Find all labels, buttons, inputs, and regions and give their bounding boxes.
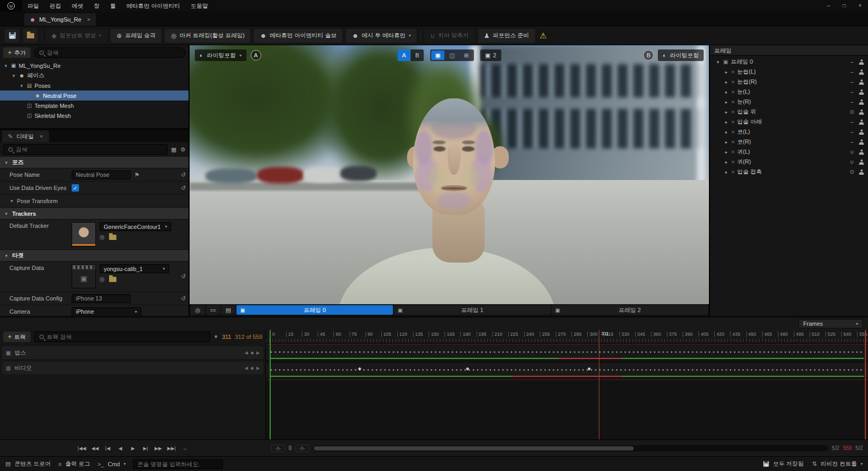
add-track-button[interactable]: + 트랙: [3, 332, 31, 342]
curve-group-row[interactable]: ▸≈눈썹(R)–: [710, 77, 868, 87]
curve-group-row[interactable]: ▸≈눈(R)–: [710, 97, 868, 107]
zoom-2x-button[interactable]: ▣ 2: [480, 49, 501, 61]
split-view-button[interactable]: ◫: [446, 51, 459, 60]
person-icon[interactable]: [859, 139, 864, 145]
add-button[interactable]: + 추가: [3, 47, 31, 58]
content-drawer-button[interactable]: ▤ 콘텐츠 드로어: [5, 460, 51, 468]
minimize-button[interactable]: –: [821, 0, 836, 12]
subframe-right-box[interactable]: -0-: [295, 445, 309, 452]
view-mode-dropdown-b[interactable]: ◐ 라이팅포함: [658, 49, 704, 61]
details-section-header[interactable]: ▾타겟: [0, 250, 189, 262]
browse-icon[interactable]: [109, 277, 116, 282]
asset-tab[interactable]: ☻ ML_YongSu_Re ×: [24, 13, 96, 26]
gear-icon[interactable]: ⚙: [180, 146, 185, 153]
asset-dropdown[interactable]: GenericFaceContour1▾: [100, 222, 171, 231]
expand-arrow-icon[interactable]: ▸: [724, 109, 729, 115]
view-mode-dropdown[interactable]: ◐ 라이팅포함 ▾: [195, 49, 246, 61]
camera-button[interactable]: ◎: [191, 305, 205, 315]
toolbar-button-mesh-to-metahuman[interactable]: ☻메시 투 메타휴먼▾: [346, 29, 417, 43]
use-selected-icon[interactable]: ◎: [100, 234, 105, 240]
keyframe-diamond[interactable]: ◆: [358, 366, 361, 371]
details-tab[interactable]: ✎ 디테일 ×: [2, 131, 49, 142]
curve-group-row[interactable]: ▸≈입술 접촉⊙: [710, 167, 868, 177]
curve-group-row[interactable]: ▸≈귀(L)∪: [710, 147, 868, 157]
playhead[interactable]: 311: [599, 330, 599, 439]
expand-arrow-icon[interactable]: ▸: [724, 119, 729, 125]
expand-arrow-icon[interactable]: ▸: [9, 198, 15, 207]
browse-button[interactable]: [23, 29, 38, 43]
expand-arrow-icon[interactable]: ▸: [724, 139, 729, 145]
timeline-scrollbar[interactable]: [313, 445, 828, 452]
step-back-button[interactable]: |◀: [103, 444, 113, 453]
person-icon[interactable]: [859, 59, 864, 65]
outliner-item[interactable]: ◫Template Mesh: [0, 101, 189, 111]
loop-button[interactable]: →: [180, 444, 190, 453]
details-section-header[interactable]: ▾포즈: [0, 157, 189, 168]
save-button[interactable]: [5, 29, 19, 43]
expand-arrow-icon[interactable]: ▸: [724, 129, 729, 135]
toolbar-button-components[interactable]: ◆컴포넌트 생성▾: [46, 29, 107, 43]
dropdown[interactable]: iPhone▾: [72, 307, 141, 316]
reset-icon[interactable]: ↺: [181, 295, 185, 302]
frame-tab[interactable]: ▣프레임 2: [551, 305, 708, 315]
expand-arrow-icon[interactable]: ▸: [724, 79, 729, 85]
reset-icon[interactable]: ↺: [181, 273, 185, 280]
menu-item[interactable]: 메타휴먼 아이덴티티: [121, 0, 185, 12]
track-search-input[interactable]: [47, 334, 205, 340]
subframe-left-box[interactable]: -0-: [271, 445, 285, 452]
details-close-icon[interactable]: ×: [40, 133, 43, 139]
tab-close-icon[interactable]: ×: [87, 16, 90, 23]
person-icon[interactable]: [859, 89, 864, 95]
close-button[interactable]: ×: [852, 0, 868, 12]
view-b-badge[interactable]: B: [643, 50, 654, 61]
curve-group-row[interactable]: ▸≈입술 아래–: [710, 117, 868, 127]
viewport-box-button[interactable]: ▭: [206, 305, 220, 315]
timeline-track-row[interactable]: ▦뎁스◀◆▶: [2, 346, 263, 359]
menu-item[interactable]: 에셋: [66, 0, 88, 12]
expand-arrow-icon[interactable]: ▸: [724, 149, 729, 155]
frames-root-row[interactable]: ▾▣프레임 0–: [710, 57, 868, 67]
visibility-toggle[interactable]: –: [847, 129, 856, 135]
outliner-item[interactable]: ◫Skeletal Mesh: [0, 111, 189, 121]
film-button[interactable]: ▤: [221, 305, 235, 315]
curve-group-row[interactable]: ▸≈입술 위⊙: [710, 107, 868, 117]
person-icon[interactable]: [859, 119, 864, 125]
curve-group-row[interactable]: ▸≈귀(R)∪: [710, 157, 868, 167]
details-search[interactable]: [3, 144, 167, 155]
frame-tab[interactable]: ▣프레임 0: [236, 305, 393, 315]
expand-arrow-icon[interactable]: ▸: [724, 99, 729, 105]
visibility-toggle[interactable]: ∪: [847, 149, 856, 155]
next-key-icon[interactable]: ▶: [257, 350, 260, 355]
visibility-toggle[interactable]: –: [847, 119, 856, 125]
dual-view-button[interactable]: ⊞: [460, 51, 473, 60]
toolbar-button-fit-teeth[interactable]: ∪치아 맞추기: [425, 29, 475, 43]
cmd-dropdown[interactable]: >_ Cmd ▾: [97, 461, 126, 467]
person-icon[interactable]: [859, 159, 864, 165]
step-forward-button[interactable]: ▶|: [141, 444, 151, 453]
person-icon[interactable]: [859, 79, 864, 85]
text-field[interactable]: Neutral Pose: [72, 171, 131, 179]
key-icon[interactable]: ◆: [251, 350, 254, 355]
warning-icon[interactable]: ⚠: [540, 31, 547, 41]
person-icon[interactable]: [859, 109, 864, 115]
compare-b-button[interactable]: B: [411, 49, 424, 61]
visibility-toggle[interactable]: –: [847, 69, 856, 75]
playback-start-marker[interactable]: [270, 330, 271, 439]
grid-view-icon[interactable]: ▦: [171, 146, 176, 153]
console-input[interactable]: [133, 459, 223, 469]
save-status[interactable]: 모두 저장됨: [763, 460, 804, 468]
asset-dropdown[interactable]: yongsu-calib_1▾: [100, 264, 169, 273]
reset-icon[interactable]: ↺: [181, 185, 185, 192]
viewport-3d-scene[interactable]: [190, 45, 709, 304]
timeline-ruler[interactable]: 0153045607590105120135150165180195210225…: [266, 330, 868, 343]
play-reverse-button[interactable]: ◀: [115, 444, 126, 453]
curve-group-row[interactable]: ▸≈코(L)–: [710, 127, 868, 137]
to-start-button[interactable]: |◀◀: [76, 444, 87, 453]
person-icon[interactable]: [859, 99, 864, 105]
compare-a-button[interactable]: A: [398, 49, 411, 61]
visibility-toggle[interactable]: ∪: [847, 159, 856, 165]
outliner-item[interactable]: ☻Neutral Pose: [0, 91, 189, 101]
use-selected-icon[interactable]: ◎: [100, 276, 105, 283]
expand-arrow-icon[interactable]: ▸: [724, 69, 729, 75]
play-button[interactable]: ▶: [128, 444, 139, 453]
